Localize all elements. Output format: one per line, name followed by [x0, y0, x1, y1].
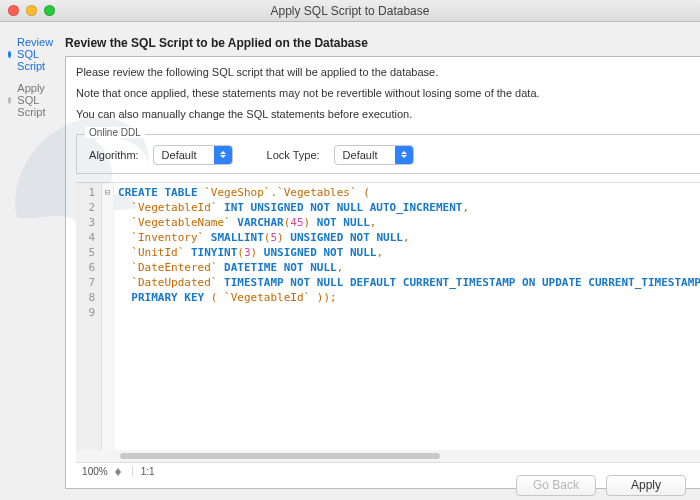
titlebar: Apply SQL Script to Database	[0, 0, 700, 22]
window-title: Apply SQL Script to Database	[271, 4, 430, 18]
wizard-step-review[interactable]: Review SQL Script	[8, 36, 57, 72]
sql-code-area[interactable]: CREATE TABLE `VegeShop`.`Vegetables` ( `…	[114, 183, 700, 450]
step-indicator-icon	[8, 51, 11, 58]
minimize-icon[interactable]	[26, 5, 37, 16]
lock-type-label: Lock Type:	[267, 149, 320, 161]
go-back-button: Go Back	[516, 475, 596, 496]
wizard-step-apply[interactable]: Apply SQL Script	[8, 82, 57, 118]
main-panel: Please review the following SQL script t…	[65, 56, 700, 489]
zoom-stepper[interactable]	[112, 465, 124, 479]
online-ddl-group: Online DDL Algorithm: Default Lock Type:…	[76, 134, 700, 174]
zoom-level: 100%	[76, 466, 112, 477]
lock-type-select[interactable]: Default	[334, 145, 414, 165]
algorithm-value: Default	[154, 149, 214, 161]
step-indicator-icon	[8, 97, 11, 104]
wizard-sidebar: Review SQL Script Apply SQL Script	[0, 22, 65, 470]
close-icon[interactable]	[8, 5, 19, 16]
scrollbar-thumb[interactable]	[120, 453, 440, 459]
algorithm-label: Algorithm:	[89, 149, 139, 161]
horizontal-scrollbar[interactable]	[76, 450, 700, 462]
group-legend: Online DDL	[85, 127, 145, 138]
chevron-updown-icon	[395, 146, 413, 164]
algorithm-select[interactable]: Default	[153, 145, 233, 165]
cursor-position: 1:1	[132, 466, 155, 477]
apply-button[interactable]: Apply	[606, 475, 686, 496]
chevron-updown-icon	[214, 146, 232, 164]
maximize-icon[interactable]	[44, 5, 55, 16]
wizard-step-label: Review SQL Script	[17, 36, 57, 72]
instruction-line: You can also manually change the SQL sta…	[76, 107, 700, 122]
wizard-step-label: Apply SQL Script	[17, 82, 57, 118]
window-controls	[8, 5, 55, 16]
sql-editor[interactable]: 123456789 ⊟ CREATE TABLE `VegeShop`.`Veg…	[76, 182, 700, 480]
instruction-line: Please review the following SQL script t…	[76, 65, 700, 80]
fold-gutter[interactable]: ⊟	[102, 183, 114, 450]
line-number-gutter: 123456789	[76, 183, 102, 450]
lock-type-value: Default	[335, 149, 395, 161]
instruction-line: Note that once applied, these statements…	[76, 86, 700, 101]
panel-title: Review the SQL Script to be Applied on t…	[65, 32, 700, 56]
